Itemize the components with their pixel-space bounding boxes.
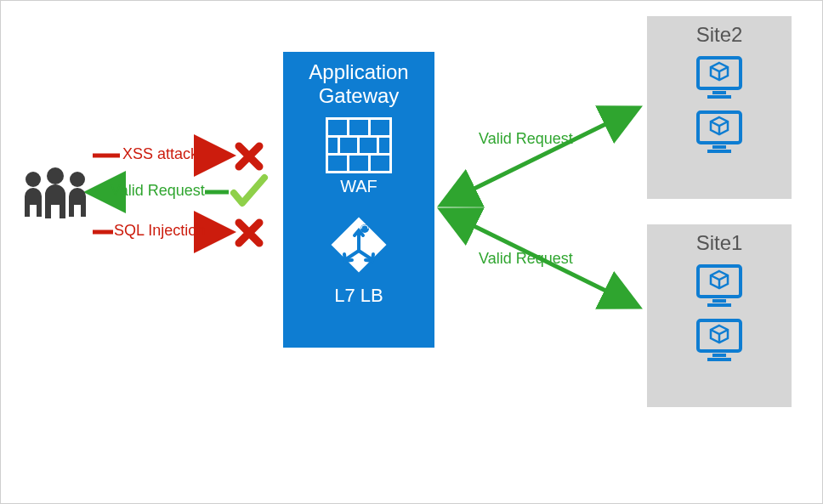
site2-title: Site2 xyxy=(647,23,792,47)
vm-icon xyxy=(695,318,743,364)
site1-panel: Site1 xyxy=(647,224,792,407)
valid-check-icon xyxy=(230,174,268,208)
vm-icon xyxy=(695,263,743,309)
svg-rect-18 xyxy=(707,95,731,99)
svg-rect-23 xyxy=(712,299,726,303)
xss-blocked-icon xyxy=(236,143,263,170)
site1-title: Site1 xyxy=(647,231,792,255)
vm-icon xyxy=(695,55,743,101)
svg-point-9 xyxy=(47,167,64,184)
gateway-title: Application Gateway xyxy=(288,60,429,107)
xss-attack-label: XSS attack xyxy=(122,145,198,163)
waf-label: WAF xyxy=(288,177,429,196)
diagram-canvas: XSS attack Valid Request SQL Injection V… xyxy=(0,0,823,504)
svg-rect-21 xyxy=(707,150,731,153)
svg-rect-26 xyxy=(712,354,726,357)
route-to-site1-label: Valid Request xyxy=(479,250,573,268)
svg-line-6 xyxy=(445,110,635,203)
gateway-title-line1: Application xyxy=(309,60,408,83)
sql-blocked-icon xyxy=(236,219,263,246)
gateway-title-line2: Gateway xyxy=(319,84,400,107)
route-to-site2-label: Valid Request xyxy=(479,130,573,148)
users-icon xyxy=(20,167,92,218)
svg-rect-20 xyxy=(712,145,726,149)
svg-rect-27 xyxy=(707,358,731,361)
application-gateway-panel: Application Gateway WAF L7 LB xyxy=(283,52,434,348)
valid-request-label: Valid Request xyxy=(111,182,205,200)
firewall-icon xyxy=(326,117,392,173)
svg-point-8 xyxy=(26,172,41,187)
svg-rect-24 xyxy=(707,303,731,307)
svg-rect-17 xyxy=(712,91,726,94)
site2-panel: Site2 xyxy=(647,16,792,199)
l7-lb-label: L7 LB xyxy=(288,285,429,307)
svg-point-10 xyxy=(70,172,85,187)
load-balancer-icon xyxy=(326,212,392,278)
sql-injection-label: SQL Injection xyxy=(114,222,205,240)
vm-icon xyxy=(695,110,743,156)
